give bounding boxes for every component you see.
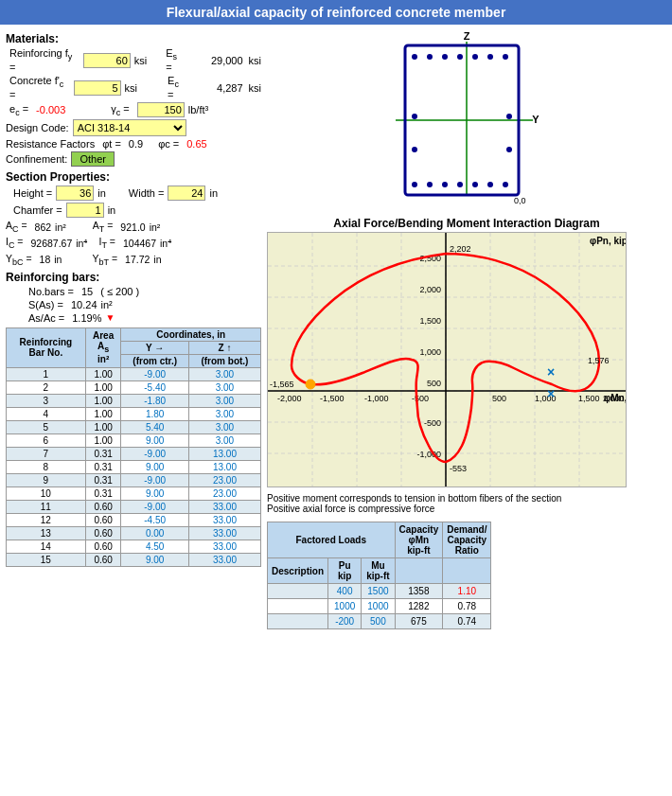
rebar-z[interactable]: 3.00 <box>188 394 260 407</box>
rebar-table-row: 6 1.00 9.00 3.00 <box>7 433 261 447</box>
fy-input[interactable] <box>83 53 131 68</box>
svg-rect-24 <box>268 233 627 487</box>
fc-label: Concrete f'c = <box>9 75 70 100</box>
rebar-area[interactable]: 0.31 <box>85 473 121 486</box>
rebar-z[interactable]: 13.00 <box>188 460 260 473</box>
rebar-y[interactable]: 5.40 <box>121 420 188 433</box>
svg-text:-553: -553 <box>450 464 467 473</box>
svg-point-16 <box>412 54 417 60</box>
rebar-y[interactable]: 9.00 <box>121 486 188 500</box>
sas-unit: in² <box>101 299 113 310</box>
svg-text:φPn, kip: φPn, kip <box>590 236 627 246</box>
rebar-area[interactable]: 0.31 <box>85 460 121 473</box>
rebar-z[interactable]: 33.00 <box>188 553 260 566</box>
rebar-z[interactable]: 3.00 <box>188 407 260 420</box>
rebar-y[interactable]: 9.00 <box>121 553 188 566</box>
rebar-z[interactable]: 33.00 <box>188 500 260 513</box>
page-title: Flexural/axial capacity of reinforced co… <box>0 0 672 25</box>
rebar-z[interactable]: 33.00 <box>188 526 260 540</box>
rebar-table-row: 15 0.60 9.00 33.00 <box>7 553 261 566</box>
rebar-area[interactable]: 1.00 <box>85 367 121 380</box>
fc-input[interactable] <box>74 80 121 96</box>
rebar-col-y-sub: (from ctr.) <box>121 354 188 367</box>
rebar-area[interactable]: 1.00 <box>85 433 121 447</box>
rebar-area[interactable]: 0.31 <box>85 486 121 500</box>
rebar-area[interactable]: 0.60 <box>85 513 121 526</box>
rebar-no: 8 <box>7 460 86 473</box>
rebar-y[interactable]: 9.00 <box>121 460 188 473</box>
rebar-area[interactable]: 0.31 <box>85 447 121 460</box>
loads-table-row: 400 1500 1358 1.10 <box>268 584 491 599</box>
svg-point-8 <box>457 182 463 187</box>
rebar-z[interactable]: 3.00 <box>188 433 260 447</box>
Ec-label: Ec = <box>168 75 186 100</box>
confinement-label: Confinement: <box>6 153 67 165</box>
Es-value: 29,000 <box>189 55 245 66</box>
rebar-y[interactable]: -1.80 <box>121 394 188 407</box>
rebar-no: 15 <box>7 553 86 566</box>
rebar-area[interactable]: 1.00 <box>85 394 121 407</box>
rebar-area[interactable]: 0.60 <box>85 500 121 513</box>
chamfer-input[interactable] <box>66 203 104 218</box>
svg-text:-1,565: -1,565 <box>270 380 294 389</box>
rebar-y[interactable]: 4.50 <box>121 540 188 553</box>
rebar-y[interactable]: -9.00 <box>121 367 188 380</box>
rebar-col-y: Y → <box>121 341 188 354</box>
Ac-value: 862 <box>35 221 52 233</box>
gamma-unit: lb/ft³ <box>188 104 208 115</box>
width-input[interactable] <box>168 186 205 201</box>
rebar-table-row: 7 0.31 -9.00 13.00 <box>7 447 261 460</box>
svg-point-21 <box>487 54 493 60</box>
Ybc-unit: in <box>54 254 62 265</box>
rebar-z[interactable]: 23.00 <box>188 473 260 486</box>
rebar-table-row: 12 0.60 -4.50 33.00 <box>7 513 261 526</box>
fy-unit: ksi <box>134 55 147 66</box>
svg-text:-1,000: -1,000 <box>364 394 389 403</box>
rebar-area[interactable]: 1.00 <box>85 407 121 420</box>
confinement-other-button[interactable]: Other <box>71 151 115 167</box>
height-input[interactable] <box>56 186 94 201</box>
load-pu: 1000 <box>328 599 362 614</box>
rebar-z[interactable]: 33.00 <box>188 513 260 526</box>
rebar-y[interactable]: -9.00 <box>121 500 188 513</box>
svg-point-17 <box>427 54 433 60</box>
rebar-y[interactable]: 0.00 <box>121 526 188 540</box>
rebar-y[interactable]: -9.00 <box>121 447 188 460</box>
rebar-z[interactable]: 3.00 <box>188 420 260 433</box>
rebar-y[interactable]: -4.50 <box>121 513 188 526</box>
svg-text:0,0: 0,0 <box>514 196 526 205</box>
rebar-y[interactable]: 9.00 <box>121 433 188 447</box>
svg-point-6 <box>427 182 433 187</box>
height-unit: in <box>97 187 106 199</box>
rebar-z[interactable]: 23.00 <box>188 486 260 500</box>
rebar-area[interactable]: 0.60 <box>85 553 121 566</box>
rebar-area[interactable]: 1.00 <box>85 380 121 394</box>
rebar-y[interactable]: 1.80 <box>121 407 188 420</box>
At-value: 921.0 <box>120 221 145 233</box>
rebar-z[interactable]: 3.00 <box>188 367 260 380</box>
capacity-header: CapacityφMnkip-ft <box>395 522 443 558</box>
Ybt-value: 17.72 <box>125 254 150 265</box>
loads-table-row: -200 500 675 0.74 <box>268 614 491 629</box>
rebar-area[interactable]: 0.60 <box>85 540 121 553</box>
svg-text:Z: Z <box>464 30 470 42</box>
load-capacity: 675 <box>395 614 443 629</box>
rebar-y[interactable]: -5.40 <box>121 380 188 394</box>
no-bars-value: 15 <box>81 286 93 297</box>
rebar-no: 5 <box>7 420 86 433</box>
svg-text:-500: -500 <box>412 394 429 403</box>
design-code-select[interactable]: ACI 318-14 ACI 318-19 <box>73 119 186 136</box>
rebar-z[interactable]: 13.00 <box>188 447 260 460</box>
rebar-z[interactable]: 33.00 <box>188 540 260 553</box>
load-ratio: 1.10 <box>443 584 491 599</box>
rebar-table-row: 1 1.00 -9.00 3.00 <box>7 367 261 380</box>
gamma-input[interactable] <box>137 102 185 117</box>
load-pu: 400 <box>328 584 362 599</box>
Ec-value: 4,287 <box>190 82 244 94</box>
pu-header: Pukip <box>328 558 362 584</box>
It-unit: in⁴ <box>160 238 171 249</box>
rebar-area[interactable]: 0.60 <box>85 526 121 540</box>
rebar-area[interactable]: 1.00 <box>85 420 121 433</box>
rebar-y[interactable]: -9.00 <box>121 473 188 486</box>
rebar-z[interactable]: 3.00 <box>188 380 260 394</box>
